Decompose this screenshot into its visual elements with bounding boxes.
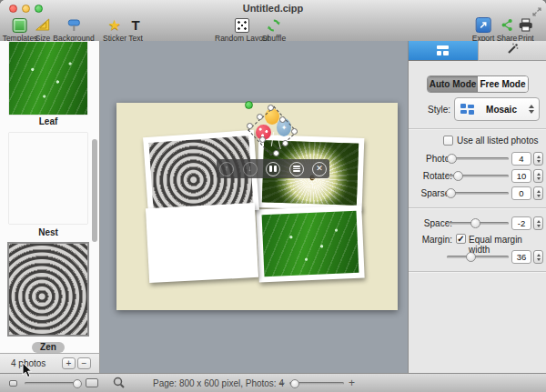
add-photo-button[interactable]: + [62,357,76,369]
collage-photo-leaf[interactable] [256,206,364,283]
list-icon [293,165,300,173]
selection-handle[interactable] [247,123,253,129]
text-button[interactable]: T Text [128,17,143,43]
status-bar: Page: 800 x 600 pixel, Photos: 4 − + [0,373,546,392]
sparse-stepper[interactable] [533,186,543,200]
rotate-value: 10 [511,169,531,183]
rotate-stepper[interactable] [533,169,543,183]
pages-icon [269,166,277,172]
tab-layout[interactable] [409,41,478,61]
space-stepper[interactable] [533,216,543,230]
sticker-button[interactable]: ★ Sticker [103,17,126,43]
photo-label-nest: Nest [0,227,96,237]
selection-handle[interactable] [257,114,263,120]
sparse-slider-thumb[interactable] [446,188,456,198]
margin-label: Margin: [409,235,452,245]
rotate-slider-label: Rotate: [409,171,452,181]
margin-value: 36 [511,250,531,264]
thumbnail-size-slider[interactable] [25,382,79,385]
large-thumbnail-icon [86,378,98,387]
space-slider-thumb[interactable] [470,218,480,228]
page-info-text: Page: 800 x 600 pixel, Photos: 4 [136,378,300,388]
photo-thumbnail-nest[interactable] [9,133,87,224]
magnifier-icon[interactable] [113,377,126,392]
photo-thumbnail-zen-selected[interactable] [9,244,87,335]
margin-slider-track[interactable] [447,256,509,258]
canvas-zoom-thumb[interactable] [290,379,299,388]
share-button[interactable]: Share [497,17,518,43]
mode-segmented-control: Auto Mode Free Mode [427,75,529,93]
size-button[interactable]: Size [35,17,51,43]
move-up-button[interactable]: ↑ [219,162,234,176]
layout-icon [437,45,450,55]
tab-effects[interactable] [478,41,546,61]
rotate-handle[interactable] [245,101,253,109]
margin-stepper[interactable] [533,250,543,264]
style-label: Style: [416,105,450,115]
small-thumbnail-icon [9,380,17,387]
sidebar-scrollbar[interactable] [92,139,97,242]
mosaic-icon [460,104,474,115]
selection-handle[interactable] [268,105,274,111]
panel-divider [409,128,546,129]
templates-button[interactable]: Templates [3,17,38,43]
dice-icon [235,18,249,33]
rotate-slider-thumb[interactable] [453,171,463,181]
photo-label-leaf: Leaf [0,116,96,126]
photo-label-zen: Zen [0,337,96,354]
templates-icon [13,18,27,33]
photo-properties-button[interactable] [289,162,304,176]
use-all-photos-label: Use all listed photos [457,136,539,146]
print-button[interactable]: Print [518,17,533,43]
dropdown-arrows-icon [529,105,534,114]
equal-margin-checkbox[interactable]: ✓ [456,234,466,244]
window-title: Untitled.cipp [0,3,546,14]
settings-panel: Auto Mode Free Mode Style: Mosaic Use al… [408,41,546,373]
panel-divider [409,271,546,272]
space-value: -2 [511,216,531,230]
auto-mode-segment[interactable]: Auto Mode [428,76,478,92]
collage-photo-nest[interactable] [146,203,258,283]
title-bar: Untitled.cipp [0,0,546,16]
zoom-in-button[interactable]: + [349,377,355,389]
free-mode-segment[interactable]: Free Mode [478,76,528,92]
remove-from-collage-button[interactable]: ✕ [312,162,327,176]
selection-handle[interactable] [282,140,288,146]
app-window: Untitled.cipp Templates Size Background … [0,0,546,392]
shuffle-button[interactable]: Shuffle [262,17,286,43]
background-icon [53,17,94,33]
selection-handle[interactable] [273,150,279,156]
zoom-out-button[interactable]: − [278,377,285,389]
export-button[interactable]: Export [472,17,495,43]
style-value: Mosaic [474,105,529,115]
size-icon [35,17,51,33]
sparse-slider-track[interactable] [447,192,509,195]
selection-handle[interactable] [259,136,266,143]
move-down-button[interactable]: ↓ [243,162,258,176]
photo-slider-thumb[interactable] [447,154,457,164]
magic-wand-icon [506,43,519,59]
margin-slider-thumb[interactable] [466,252,476,262]
photo-stepper[interactable] [533,152,543,166]
remove-photo-button[interactable]: − [77,357,91,369]
shuffle-icon [262,17,286,33]
sidebar-footer: 4 photos + − [0,353,100,373]
main-toolbar: Templates Size Background ★ Sticker T Te… [0,16,546,42]
star-icon: ★ [108,18,121,33]
mouse-cursor [22,362,33,382]
print-icon [518,17,533,33]
photo-value: 4 [511,152,531,166]
background-button[interactable]: Background [53,17,94,43]
photo-thumbnail-leaf[interactable] [9,42,87,115]
photo-overlay-toolbar: ↑ ↓ ✕ [217,159,329,178]
use-all-photos-checkbox[interactable] [443,136,453,146]
selection-handle[interactable] [279,116,286,123]
style-dropdown[interactable]: Mosaic [454,97,540,121]
space-slider-label: Space: [409,218,452,228]
swap-photo-button[interactable] [266,162,280,176]
selection-handle[interactable] [291,128,298,135]
export-icon [475,17,490,33]
share-icon [497,17,518,33]
photo-slider-label: Photo: [409,154,452,164]
thumbnail-size-thumb[interactable] [73,379,82,388]
